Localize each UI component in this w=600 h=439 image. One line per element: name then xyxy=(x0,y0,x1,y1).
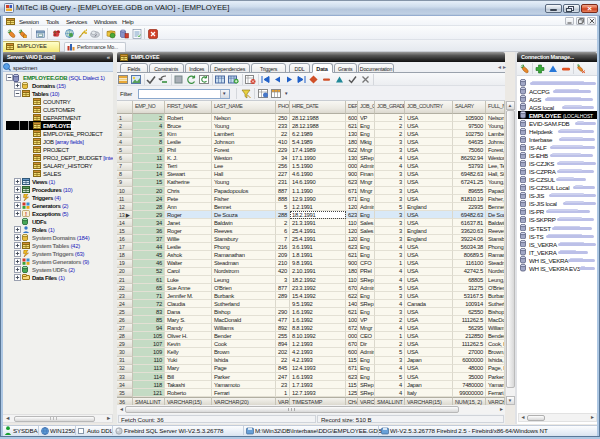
svg-text:!: ! xyxy=(25,211,27,217)
